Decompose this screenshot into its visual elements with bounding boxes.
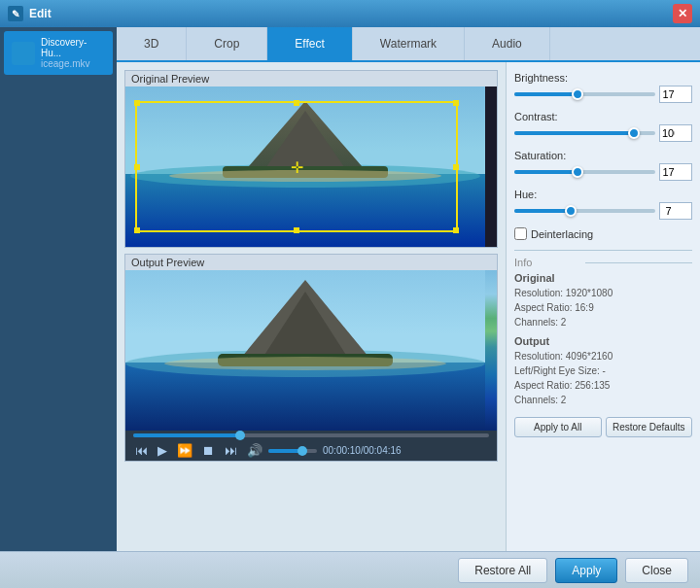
time-display: 00:00:10/00:04:16: [323, 445, 402, 456]
output-resolution: Resolution: 4096*2160: [514, 349, 692, 363]
deinterlacing-checkbox[interactable]: [514, 227, 527, 240]
info-section: Info Original Resolution: 1920*1080 Aspe…: [514, 250, 692, 407]
hue-control: Hue:: [514, 189, 692, 220]
tab-effect[interactable]: Effect: [267, 27, 352, 60]
contrast-slider[interactable]: [514, 131, 655, 135]
progress-bar[interactable]: [133, 433, 489, 437]
file-icon: [12, 42, 35, 65]
original-preview-section: Original Preview: [124, 70, 498, 248]
skip-forward-button[interactable]: ⏭: [223, 443, 239, 458]
hue-label: Hue:: [514, 189, 692, 200]
volume-icon: 🔊: [245, 443, 264, 458]
output-info: Output Resolution: 4096*2160 Left/Right …: [514, 335, 692, 407]
hue-fill: [514, 209, 571, 213]
volume-container: 🔊: [245, 443, 317, 458]
mountain-silhouette: [125, 86, 485, 247]
edit-content: Original Preview: [117, 62, 700, 551]
volume-thumb[interactable]: [298, 446, 307, 456]
apply-to-all-button[interactable]: Apply to All: [514, 417, 602, 437]
tab-audio[interactable]: Audio: [465, 27, 550, 60]
progress-thumb[interactable]: [235, 431, 245, 440]
contrast-thumb[interactable]: [628, 127, 640, 139]
output-preview-section: Output Preview: [124, 254, 498, 462]
output-preview-video: [125, 270, 497, 431]
contrast-spinner[interactable]: [659, 124, 692, 142]
contrast-control: Contrast:: [514, 111, 692, 142]
brightness-fill: [514, 92, 578, 96]
output-channels: Channels: 2: [514, 393, 692, 407]
brightness-label: Brightness:: [514, 72, 692, 84]
svg-point-13: [164, 357, 446, 370]
right-panel: Brightness: Contrast:: [506, 62, 700, 551]
progress-fill: [133, 433, 240, 437]
sidebar-file-sub: iceage.mkv: [41, 58, 105, 69]
saturation-spinner[interactable]: [659, 163, 692, 181]
original-info-title: Original: [514, 272, 692, 284]
original-preview-label: Original Preview: [125, 71, 497, 86]
stop-button[interactable]: ⏹: [200, 443, 217, 458]
hue-thumb[interactable]: [565, 205, 577, 217]
close-window-button[interactable]: ✕: [673, 4, 692, 23]
content-area: 3D Crop Effect Watermark Audio Original …: [117, 27, 700, 551]
bottom-bar: Restore All Apply Close: [0, 551, 700, 588]
tab-3d[interactable]: 3D: [117, 27, 187, 60]
close-button[interactable]: Close: [625, 558, 688, 583]
apply-button[interactable]: Apply: [555, 558, 617, 583]
saturation-label: Saturation:: [514, 150, 692, 161]
saturation-fill: [514, 170, 578, 174]
original-preview-video: ✛: [125, 86, 497, 247]
restore-defaults-button[interactable]: Restore Defaults: [606, 417, 693, 437]
playback-controls: ⏮ ▶ ⏩ ⏹ ⏭ 🔊 00:00:10/00:04:16: [125, 440, 497, 461]
output-aspect: Aspect Ratio: 256:135: [514, 378, 692, 393]
main-container: Discovery-Hu... iceage.mkv 3D Crop Effec…: [0, 27, 700, 551]
restore-all-button[interactable]: Restore All: [458, 558, 547, 583]
output-info-title: Output: [514, 335, 692, 347]
video-controls: [125, 431, 497, 440]
tabs-bar: 3D Crop Effect Watermark Audio: [117, 27, 700, 62]
preview-area: Original Preview: [117, 62, 506, 551]
play-button[interactable]: ▶: [156, 443, 169, 458]
deinterlacing-label: Deinterlacing: [531, 228, 593, 240]
original-resolution: Resolution: 1920*1080: [514, 286, 692, 300]
output-eye-size: Left/Right Eye Size: -: [514, 363, 692, 378]
tab-watermark[interactable]: Watermark: [353, 27, 465, 60]
titlebar: ✎ Edit ✕: [0, 0, 700, 27]
original-channels: Channels: 2: [514, 315, 692, 329]
hue-slider[interactable]: [514, 209, 655, 213]
deinterlacing-row: Deinterlacing: [514, 227, 692, 240]
brightness-slider-row: [514, 86, 692, 103]
brightness-spinner[interactable]: [659, 86, 692, 103]
brightness-slider[interactable]: [514, 92, 655, 96]
sidebar: Discovery-Hu... iceage.mkv: [0, 27, 117, 551]
output-preview-label: Output Preview: [125, 255, 497, 270]
hue-spinner[interactable]: [659, 202, 692, 220]
action-buttons-row: Apply to All Restore Defaults: [514, 417, 692, 437]
saturation-slider[interactable]: [514, 170, 655, 174]
contrast-slider-row: [514, 124, 692, 142]
brightness-control: Brightness:: [514, 72, 692, 103]
saturation-control: Saturation:: [514, 150, 692, 181]
tab-crop[interactable]: Crop: [187, 27, 267, 60]
sidebar-file-name: Discovery-Hu...: [41, 37, 105, 58]
volume-bar[interactable]: [268, 449, 317, 453]
hue-slider-row: [514, 202, 692, 220]
contrast-fill: [514, 131, 634, 135]
fast-forward-button[interactable]: ⏩: [175, 443, 194, 458]
original-aspect: Aspect Ratio: 16:9: [514, 300, 692, 315]
saturation-slider-row: [514, 163, 692, 181]
saturation-thumb[interactable]: [572, 166, 583, 178]
contrast-label: Contrast:: [514, 111, 692, 122]
info-title: Info: [514, 257, 692, 268]
output-mountain-silhouette: [125, 270, 485, 431]
svg-point-6: [169, 170, 441, 182]
original-info: Original Resolution: 1920*1080 Aspect Ra…: [514, 272, 692, 329]
sidebar-item-file[interactable]: Discovery-Hu... iceage.mkv: [4, 31, 113, 75]
brightness-thumb[interactable]: [572, 88, 583, 100]
titlebar-title: Edit: [29, 7, 673, 20]
app-icon: ✎: [8, 6, 23, 21]
skip-back-button[interactable]: ⏮: [133, 443, 150, 458]
